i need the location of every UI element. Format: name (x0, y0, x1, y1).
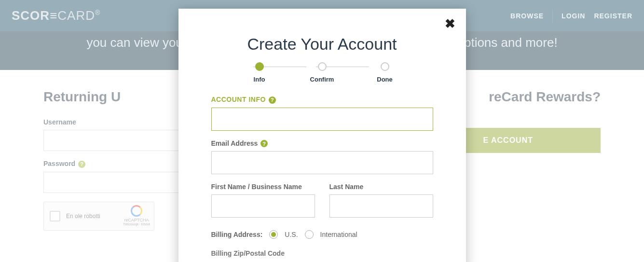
account-info-text: ACCOUNT INFO (211, 96, 266, 103)
step-confirm-label: Confirm (291, 76, 354, 83)
billing-label: Billing Address: (211, 231, 263, 238)
step-info-label: Info (228, 76, 291, 83)
name-row: First Name / Business Name Last Name (211, 183, 433, 226)
billing-address-row: Billing Address: U.S. International (211, 230, 433, 239)
step-done: Done (354, 62, 416, 83)
create-account-modal: ✖ Create Your Account Info Confirm Done … (178, 9, 466, 262)
last-name-label: Last Name (329, 183, 433, 191)
step-confirm: Confirm (291, 62, 354, 83)
help-icon[interactable]: ? (260, 140, 268, 147)
account-info-section-label: ACCOUNT INFO ? (211, 96, 433, 104)
step-info-dot (255, 62, 264, 71)
step-confirm-dot (318, 62, 327, 71)
close-icon[interactable]: ✖ (445, 17, 455, 30)
last-name-input[interactable] (329, 194, 433, 218)
billing-us-label: U.S. (285, 231, 298, 238)
email-label: Email Address ? (211, 139, 433, 148)
email-input[interactable] (211, 151, 433, 174)
billing-intl-radio[interactable] (305, 230, 314, 239)
step-done-label: Done (354, 76, 416, 83)
help-icon[interactable]: ? (269, 97, 276, 104)
first-name-input[interactable] (211, 194, 315, 218)
step-done-dot (381, 62, 389, 71)
billing-us-radio[interactable] (269, 230, 278, 239)
billing-zip-label-cut: Billing Zip/Postal Code (211, 249, 433, 257)
billing-intl-label: International (320, 231, 357, 238)
progress-steps: Info Confirm Done (211, 62, 433, 83)
first-name-label: First Name / Business Name (211, 183, 315, 191)
account-info-input[interactable] (211, 108, 433, 131)
step-info: Info (228, 62, 291, 83)
email-label-text: Email Address (211, 139, 258, 147)
modal-title: Create Your Account (211, 35, 433, 54)
